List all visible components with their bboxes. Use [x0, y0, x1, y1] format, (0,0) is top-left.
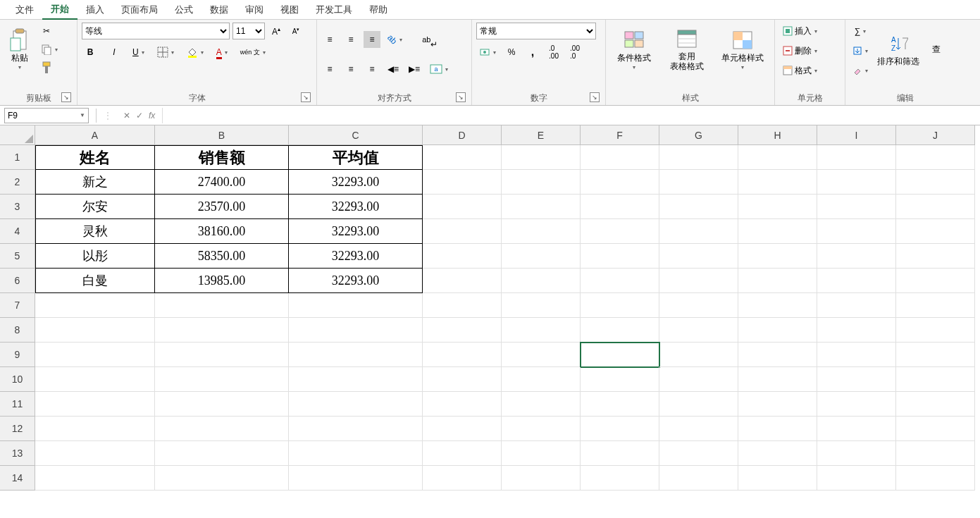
cell-E14[interactable] — [502, 466, 581, 491]
cell-C9[interactable] — [289, 343, 423, 367]
cell-A9[interactable] — [35, 343, 155, 367]
align-right-button[interactable]: ≡ — [364, 61, 380, 78]
cell-G14[interactable] — [659, 466, 738, 491]
cell-C6[interactable]: 32293.00 — [289, 269, 423, 293]
cell-H10[interactable] — [738, 367, 817, 392]
cell-H6[interactable] — [738, 269, 817, 293]
conditional-format-button[interactable]: 条件格式 ▾ — [610, 23, 658, 76]
cell-B9[interactable] — [155, 343, 289, 367]
comma-button[interactable]: , — [524, 44, 541, 61]
sort-filter-button[interactable]: AZ 排序和筛选 — [874, 23, 923, 76]
cell-C8[interactable] — [289, 318, 423, 343]
cell-C12[interactable] — [289, 417, 423, 441]
cell-E5[interactable] — [502, 244, 581, 269]
cell-J5[interactable] — [896, 244, 975, 269]
cell-G7[interactable] — [659, 293, 738, 318]
cell-H14[interactable] — [738, 466, 817, 491]
number-format-select[interactable]: 常规 — [476, 23, 596, 39]
font-size-select[interactable]: 11 — [232, 23, 265, 39]
cell-B7[interactable] — [155, 293, 289, 318]
cell-I13[interactable] — [817, 441, 896, 466]
cell-D10[interactable] — [423, 367, 502, 392]
cell-G1[interactable] — [659, 145, 738, 170]
delete-cells-button[interactable]: 删除 — [779, 42, 843, 59]
col-header-J[interactable]: J — [896, 125, 975, 145]
cell-D7[interactable] — [423, 293, 502, 318]
cell-D11[interactable] — [423, 392, 502, 417]
insert-cells-button[interactable]: 插入 — [779, 23, 843, 39]
align-middle-button[interactable]: ≡ — [342, 31, 359, 48]
cell-G2[interactable] — [659, 170, 738, 195]
row-header-1[interactable]: 1 — [0, 145, 35, 170]
formula-input[interactable] — [162, 108, 980, 123]
cell-E7[interactable] — [502, 293, 581, 318]
cell-F14[interactable] — [581, 466, 659, 491]
cell-J4[interactable] — [896, 219, 975, 244]
cell-D5[interactable] — [423, 244, 502, 269]
row-header-2[interactable]: 2 — [0, 170, 35, 195]
cell-A2[interactable]: 新之 — [35, 170, 155, 195]
cell-D13[interactable] — [423, 441, 502, 466]
cell-E6[interactable] — [502, 269, 581, 293]
cell-B8[interactable] — [155, 318, 289, 343]
cell-F13[interactable] — [581, 441, 659, 466]
cell-I7[interactable] — [817, 293, 896, 318]
cell-B5[interactable]: 58350.00 — [155, 244, 289, 269]
cell-D4[interactable] — [423, 219, 502, 244]
col-header-F[interactable]: F — [581, 125, 659, 145]
cell-B10[interactable] — [155, 367, 289, 392]
align-bottom-button[interactable]: ≡ — [364, 31, 380, 48]
cell-G9[interactable] — [659, 343, 738, 367]
cell-F6[interactable] — [581, 269, 659, 293]
cell-G3[interactable] — [659, 195, 738, 219]
cell-H8[interactable] — [738, 318, 817, 343]
format-cells-button[interactable]: 格式 — [779, 62, 843, 79]
row-header-6[interactable]: 6 — [0, 269, 35, 293]
menu-page-layout[interactable]: 页面布局 — [113, 1, 166, 19]
cell-F8[interactable] — [581, 318, 659, 343]
row-header-13[interactable]: 13 — [0, 441, 35, 466]
cell-style-button[interactable]: 单元格样式 ▾ — [715, 23, 770, 76]
border-button[interactable] — [154, 44, 177, 61]
table-format-button[interactable]: 套用 表格格式 — [661, 23, 712, 76]
cell-B3[interactable]: 23570.00 — [155, 195, 289, 219]
cancel-formula-button[interactable]: ✕ — [123, 111, 130, 121]
cell-A11[interactable] — [35, 392, 155, 417]
cell-H12[interactable] — [738, 417, 817, 441]
clipboard-launcher[interactable]: ↘ — [61, 92, 71, 102]
cell-E1[interactable] — [502, 145, 581, 170]
decrease-indent-button[interactable]: ◀≡ — [385, 61, 402, 78]
align-top-button[interactable]: ≡ — [321, 31, 338, 48]
menu-review[interactable]: 审阅 — [237, 1, 272, 19]
cell-J12[interactable] — [896, 417, 975, 441]
cell-I5[interactable] — [817, 244, 896, 269]
col-header-A[interactable]: A — [35, 125, 155, 145]
col-header-H[interactable]: H — [738, 125, 817, 145]
cell-I1[interactable] — [817, 145, 896, 170]
increase-decimal-button[interactable]: .0.00 — [545, 44, 562, 61]
number-launcher[interactable]: ↘ — [590, 92, 600, 102]
cell-E11[interactable] — [502, 392, 581, 417]
cell-J10[interactable] — [896, 367, 975, 392]
menu-file[interactable]: 文件 — [7, 1, 42, 19]
col-header-B[interactable]: B — [155, 125, 289, 145]
cell-E10[interactable] — [502, 367, 581, 392]
paste-button[interactable]: 粘贴 ▾ — [4, 23, 35, 76]
font-color-button[interactable]: A — [213, 44, 230, 61]
cell-B14[interactable] — [155, 466, 289, 491]
cut-button[interactable]: ✂ — [38, 23, 55, 39]
cell-I8[interactable] — [817, 318, 896, 343]
percent-button[interactable]: % — [503, 44, 520, 61]
cell-I9[interactable] — [817, 343, 896, 367]
cell-J13[interactable] — [896, 441, 975, 466]
menu-data[interactable]: 数据 — [201, 1, 237, 19]
cell-F7[interactable] — [581, 293, 659, 318]
cell-J8[interactable] — [896, 318, 975, 343]
cell-I14[interactable] — [817, 466, 896, 491]
cell-D1[interactable] — [423, 145, 502, 170]
cell-J6[interactable] — [896, 269, 975, 293]
row-header-5[interactable]: 5 — [0, 244, 35, 269]
cell-J14[interactable] — [896, 466, 975, 491]
cell-D8[interactable] — [423, 318, 502, 343]
col-header-E[interactable]: E — [502, 125, 581, 145]
